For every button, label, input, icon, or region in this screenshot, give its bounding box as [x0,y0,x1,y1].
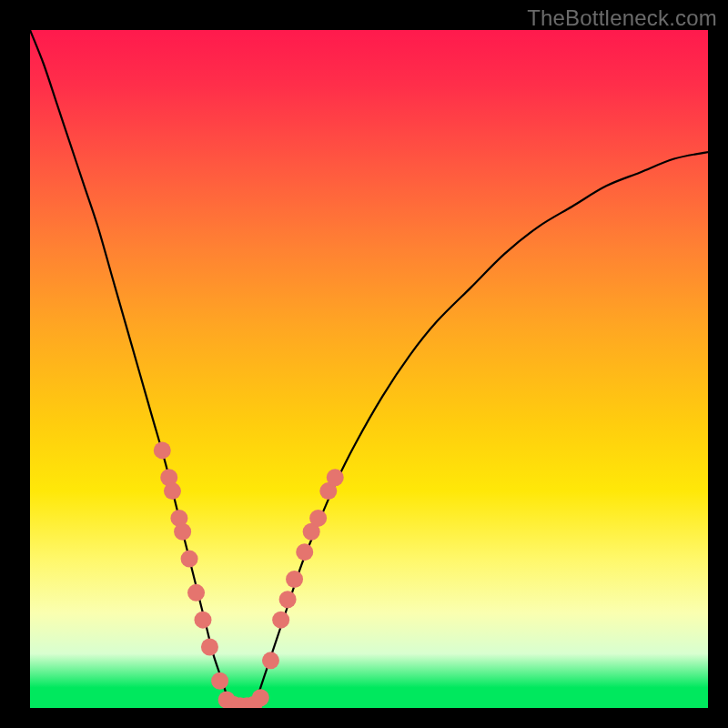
curve-right [254,152,708,708]
curve-svg [30,30,708,708]
data-marker [272,612,289,629]
data-marker [187,584,205,602]
data-markers [154,441,344,708]
data-marker [296,543,313,561]
data-marker [211,672,228,690]
data-marker [327,469,344,486]
data-marker [164,482,181,500]
data-marker [262,652,279,669]
data-marker [279,591,297,608]
data-marker [286,571,303,588]
data-marker [174,523,191,541]
plot-area [30,30,708,708]
watermark-label: TheBottleneck.com [527,5,717,31]
curve-left [30,30,234,708]
data-marker [252,689,269,706]
data-marker [181,551,198,568]
chart-root: TheBottleneck.com [0,0,728,728]
data-marker [309,510,327,527]
data-marker [194,612,211,629]
data-marker [154,441,171,459]
data-marker [201,638,218,655]
